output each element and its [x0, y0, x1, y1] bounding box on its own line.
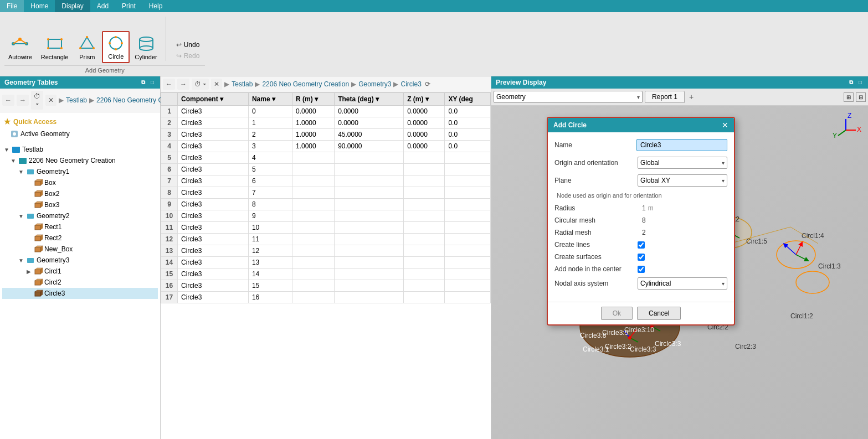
redo-button[interactable]: ↪ Redo [173, 51, 203, 61]
row-number-cell: 4 [161, 141, 178, 152]
geometry-dropdown[interactable]: Geometry ▾ [494, 91, 643, 103]
col-theta[interactable]: Theta (deg) ▾ [335, 93, 404, 106]
geometry2-expand[interactable]: ▼ [18, 213, 24, 219]
box3-item[interactable]: ▶ Box3 [2, 199, 158, 210]
ok-button[interactable]: Ok [601, 307, 633, 320]
neo-geometry-expand[interactable]: ▼ [10, 157, 17, 164]
table-row[interactable]: 14Circle313 [161, 257, 491, 268]
box2-item[interactable]: ▶ Box2 [2, 188, 158, 199]
nav-back-btn[interactable]: ← [2, 95, 14, 106]
bread-testlab[interactable]: Testlab [66, 96, 87, 104]
nodal-axis-dropdown[interactable]: Cylindrical ▾ [638, 277, 727, 290]
plane-dropdown[interactable]: Global XY ▾ [638, 174, 727, 187]
ribbon-btn-rectangle[interactable]: Rectangle [37, 32, 73, 63]
preview-icon-btn-1[interactable]: ⊞ [844, 92, 854, 102]
table-row[interactable]: 8Circle37 [161, 187, 491, 199]
menu-home[interactable]: Home [24, 0, 55, 12]
table-row[interactable]: 9Circle38 [161, 199, 491, 210]
create-surfaces-checkbox[interactable] [638, 254, 645, 261]
geometry1-item[interactable]: ▼ Geometry1 [2, 166, 158, 177]
right-toggle-max[interactable]: □ [857, 79, 864, 86]
table-row[interactable]: 17Circle316 [161, 292, 491, 303]
panel-toggle-max[interactable]: □ [149, 79, 156, 86]
row-data-cell [292, 245, 334, 257]
menu-display[interactable]: Display [55, 0, 90, 12]
center-nav-forward[interactable]: → [177, 79, 189, 90]
table-row[interactable]: 1Circle300.00000.00000.00000.0 [161, 106, 491, 117]
geometry3-expand[interactable]: ▼ [18, 257, 24, 264]
menu-print[interactable]: Print [115, 0, 142, 12]
table-row[interactable]: 10Circle39 [161, 210, 491, 222]
center-bread-testlab[interactable]: Testlab [232, 80, 253, 88]
menu-file[interactable]: File [0, 0, 24, 12]
row-data-cell: 0.0000 [404, 117, 445, 129]
center-bread-geo3[interactable]: Geometry3 [358, 80, 391, 88]
panel-toggle-split[interactable]: ⧉ [140, 79, 147, 86]
ribbon-btn-cylinder[interactable]: Cylinder [131, 32, 161, 63]
ribbon-btn-autowire[interactable]: Autowire [4, 32, 36, 63]
center-nav-history[interactable]: ⏱ ▾ [192, 79, 209, 90]
redo-label: Redo [184, 52, 200, 60]
ribbon-btn-circle[interactable]: Circle [102, 31, 130, 63]
table-row[interactable]: 13Circle312 [161, 245, 491, 257]
add-node-checkbox[interactable] [638, 266, 645, 273]
preview-icon-btn-2[interactable]: ⊟ [856, 92, 866, 102]
circl1-item[interactable]: ▶ Circl1 [2, 266, 158, 277]
neo-geometry-item[interactable]: ▼ 2206 Neo Geometry Creation [2, 155, 158, 166]
table-row[interactable]: 4Circle331.000090.00000.00000.0 [161, 141, 491, 152]
table-row[interactable]: 12Circle311 [161, 234, 491, 245]
svg-rect-53 [35, 281, 40, 285]
origin-dropdown[interactable]: Global ▾ [638, 157, 727, 169]
create-lines-checkbox[interactable] [638, 241, 645, 249]
nav-history-btn[interactable]: ⏱ ▾ [31, 91, 43, 110]
table-row[interactable]: 3Circle321.000045.00000.00000.0 [161, 129, 491, 141]
menu-help[interactable]: Help [142, 0, 170, 12]
ribbon-btn-prism[interactable]: Prism [73, 32, 101, 63]
table-row[interactable]: 2Circle311.00000.00000.00000.0 [161, 117, 491, 129]
report1-tab[interactable]: Report 1 [645, 91, 685, 103]
circl2-item[interactable]: ▶ Circl2 [2, 277, 158, 288]
nav-forward-btn[interactable]: → [17, 95, 29, 106]
name-input[interactable] [636, 139, 727, 151]
center-bread-circle3[interactable]: Circle3 [400, 80, 421, 88]
table-row[interactable]: 15Circle314 [161, 268, 491, 280]
undo-button[interactable]: ↩ Undo [173, 40, 203, 50]
rect1-item[interactable]: ▶ Rect1 [2, 221, 158, 233]
quick-access-item[interactable]: ★ Quick Access [2, 115, 158, 128]
row-number-cell: 16 [161, 280, 178, 292]
ribbon-group-label: Add Geometry [4, 65, 205, 74]
table-row[interactable]: 11Circle310 [161, 222, 491, 234]
bread-sep-2: ▶ [89, 96, 94, 104]
cancel-button[interactable]: Cancel [637, 307, 681, 320]
svg-rect-27 [12, 147, 16, 148]
testlab-item[interactable]: ▼ Testlab [2, 144, 158, 155]
geometry3-item[interactable]: ▼ Geometry3 [2, 255, 158, 266]
rect2-item[interactable]: ▶ Rect2 [2, 233, 158, 244]
col-xy[interactable]: XY (deg [445, 93, 491, 106]
col-r[interactable]: R (m) ▾ [292, 93, 334, 106]
active-geometry-item[interactable]: Active Geometry [2, 128, 158, 140]
testlab-expand[interactable]: ▼ [3, 146, 10, 153]
table-row[interactable]: 16Circle315 [161, 280, 491, 292]
table-row[interactable]: 7Circle36 [161, 175, 491, 187]
new-box-item[interactable]: ▶ New_Box [2, 244, 158, 255]
box-item[interactable]: ▶ Box [2, 177, 158, 188]
table-row[interactable]: 5Circle34 [161, 152, 491, 164]
dialog-close-btn[interactable]: ✕ [722, 121, 728, 130]
geometry2-item[interactable]: ▼ Geometry2 [2, 210, 158, 221]
menu-add[interactable]: Add [90, 0, 115, 12]
geometry1-expand[interactable]: ▼ [18, 168, 24, 175]
col-component[interactable]: Component ▾ [178, 93, 249, 106]
center-nav-back[interactable]: ← [163, 79, 175, 90]
center-nav-close[interactable]: ✕ [211, 79, 222, 90]
nav-close-btn[interactable]: ✕ [45, 95, 57, 106]
center-refresh[interactable]: ⟳ [424, 79, 432, 89]
add-tab-button[interactable]: + [687, 92, 696, 101]
circle3-item[interactable]: ▶ Circle3 [2, 288, 158, 299]
col-z[interactable]: Z (m) ▾ [404, 93, 445, 106]
undo-icon: ↩ [176, 41, 182, 49]
col-name[interactable]: Name ▾ [248, 93, 292, 106]
center-bread-neo[interactable]: 2206 Neo Geometry Creation [262, 80, 349, 88]
right-toggle-split[interactable]: ⧉ [848, 79, 855, 86]
table-row[interactable]: 6Circle35 [161, 164, 491, 175]
